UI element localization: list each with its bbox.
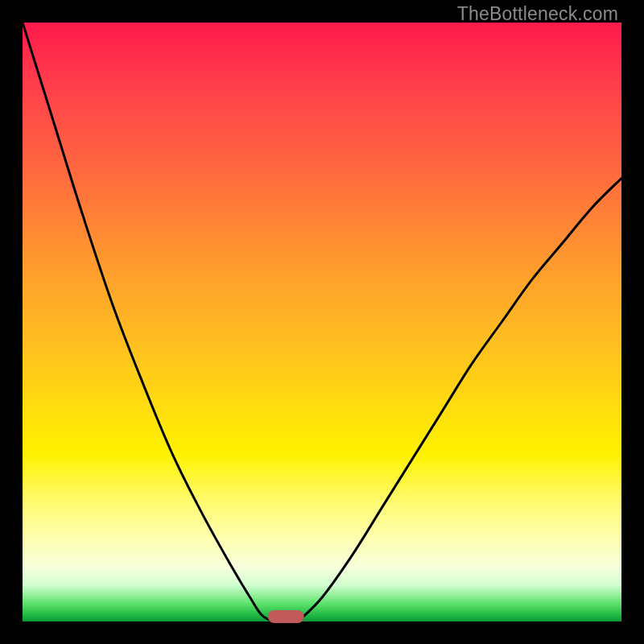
curve-left <box>23 23 274 621</box>
chart-frame: TheBottleneck.com <box>0 0 644 644</box>
bottleneck-marker <box>268 610 304 623</box>
curve-right <box>298 178 621 621</box>
watermark-text: TheBottleneck.com <box>457 3 618 25</box>
plot-area <box>23 23 621 621</box>
curve-layer <box>23 23 621 621</box>
